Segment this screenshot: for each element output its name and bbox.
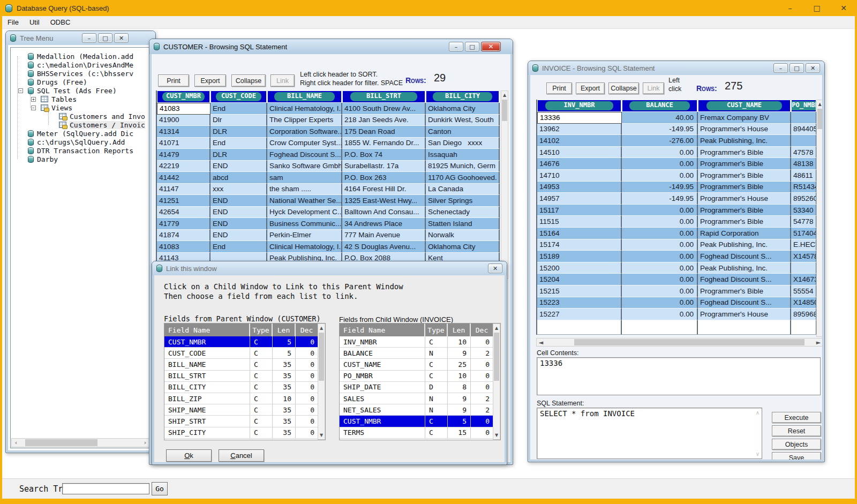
field-row[interactable]: SHIP_STRT C 35 0: [164, 416, 325, 427]
grid-cell[interactable]: Fremax Company BV: [698, 112, 791, 124]
grid-cell[interactable]: Programmer's Bible: [698, 158, 791, 170]
grid-cell[interactable]: 14676: [537, 158, 622, 170]
grid-cell[interactable]: 218 Jan Seeds Ave.: [342, 115, 426, 126]
grid-cell[interactable]: 15227: [537, 309, 622, 320]
grid-cell[interactable]: Programmer's Bible: [698, 205, 791, 216]
grid-cell[interactable]: 48138: [791, 158, 817, 170]
tree-item[interactable]: DTR Transaction Reports: [14, 146, 149, 155]
grid-cell[interactable]: xxx: [211, 184, 267, 195]
grid-cell[interactable]: 41083: [157, 241, 211, 253]
scrollbar-thumb[interactable]: [25, 439, 97, 446]
tree-expander-icon[interactable]: [31, 106, 36, 110]
minimize-button[interactable]: –: [82, 33, 96, 43]
grid-cell[interactable]: National Weather Se...: [267, 195, 342, 207]
grid-cell[interactable]: 48611: [791, 170, 817, 182]
grid-cell[interactable]: Balltown And Consau...: [342, 207, 426, 219]
grid-cell[interactable]: Clinical Hematology, I...: [267, 103, 342, 115]
grid-cell[interactable]: 4164 Forest Hill Dr.: [342, 184, 426, 195]
grid-cell[interactable]: 15117: [537, 205, 622, 216]
grid-cell[interactable]: 517404: [791, 228, 817, 239]
maximize-button[interactable]: □: [465, 42, 479, 51]
grid-cell[interactable]: P.O. Box 74: [342, 149, 426, 161]
grid-cell[interactable]: 41251: [157, 195, 211, 207]
field-row[interactable]: SHIP_CITY C 35 0: [164, 427, 325, 439]
grid-cell[interactable]: Sanko Software Gmbh: [267, 161, 342, 172]
sql-action-button[interactable]: Save: [772, 452, 821, 460]
parent-fields-scrollbar[interactable]: ▲ ▼: [318, 324, 325, 440]
export-button[interactable]: Export: [194, 74, 226, 87]
scrollbar-thumb[interactable]: [817, 109, 822, 129]
close-button[interactable]: ✕: [806, 63, 820, 73]
scroll-left-icon[interactable]: ◄: [537, 338, 545, 346]
grid-cell[interactable]: the sham .....: [267, 184, 342, 195]
grid-cell[interactable]: END: [211, 161, 267, 172]
customer-titlebar[interactable]: CUSTOMER - Browsing SQL Statement – □ ✕: [149, 39, 513, 54]
app-titlebar[interactable]: Database Query (SQL-based) – □ ✕: [0, 0, 857, 16]
grid-cell[interactable]: Norwalk: [426, 230, 500, 242]
grid-cell[interactable]: End: [211, 138, 267, 149]
grid-cell[interactable]: 0.00: [622, 216, 698, 228]
collapse-button[interactable]: Collapse: [608, 82, 639, 94]
grid-cell[interactable]: 41314: [157, 126, 211, 138]
scroll-up-icon[interactable]: ▲: [318, 324, 325, 332]
menu-item[interactable]: Util: [24, 17, 45, 28]
grid-cell[interactable]: Surabellastr. 17a: [342, 161, 426, 172]
grid-cell[interactable]: -149.95: [622, 124, 698, 136]
grid-cell[interactable]: 81925 Munich, Germ: [426, 161, 500, 172]
scroll-down-icon[interactable]: ∨: [756, 451, 760, 457]
grid-cell[interactable]: Oklahoma City: [426, 241, 500, 253]
grid-cell[interactable]: 14710: [537, 170, 622, 182]
field-row[interactable]: CUST_NAME C 25 0: [340, 359, 500, 370]
scrollbar-thumb[interactable]: [319, 333, 324, 381]
field-row[interactable]: BILL_CITY C 35 0: [164, 382, 325, 393]
grid-cell[interactable]: Silver Springs: [426, 195, 500, 207]
field-row[interactable]: CUST_NMBR C 5 0: [340, 416, 500, 427]
len-header[interactable]: Len: [448, 324, 471, 336]
grid-cell[interactable]: 0.00: [622, 309, 698, 320]
tree-item[interactable]: Views: [14, 103, 149, 112]
grid-cell[interactable]: 41874: [157, 230, 211, 242]
grid-cell[interactable]: 0.00: [622, 170, 698, 182]
grid-cell[interactable]: END: [211, 218, 267, 230]
print-button[interactable]: Print: [158, 74, 189, 87]
grid-cell[interactable]: Business Communic...: [267, 218, 342, 230]
grid-cell[interactable]: 14510: [537, 147, 622, 159]
grid-cell[interactable]: 15204: [537, 274, 622, 285]
grid-cell[interactable]: Hyck Development C...: [267, 207, 342, 219]
grid-cell[interactable]: X14673J: [791, 274, 817, 285]
field-row[interactable]: CUST_NMBR C 5 0: [164, 336, 325, 348]
link-button[interactable]: Link: [270, 74, 295, 87]
tree-item[interactable]: Tables: [14, 95, 149, 103]
grid-cell[interactable]: 42219: [157, 161, 211, 172]
sql-action-button[interactable]: Reset: [772, 425, 821, 437]
field-row[interactable]: INV_NMBR C 10 0: [340, 336, 500, 348]
dec-header[interactable]: Dec: [296, 324, 319, 336]
scroll-down-icon[interactable]: ▼: [318, 431, 325, 439]
grid-cell[interactable]: Programmer's Bible: [698, 182, 791, 193]
grid-cell[interactable]: 42 S Douglas Avenu...: [342, 241, 426, 253]
grid-cell[interactable]: DLR: [211, 149, 267, 161]
grid-cell[interactable]: END: [211, 230, 267, 242]
grid-cell[interactable]: 0.00: [622, 147, 698, 159]
grid-cell[interactable]: Foghead Discount S...: [698, 251, 791, 262]
field-row[interactable]: BALANCE N 9 2: [340, 348, 500, 359]
grid-cell[interactable]: 0.00: [622, 205, 698, 216]
tree-item[interactable]: Meter (SqlQuery.add Dic: [14, 129, 149, 138]
tree-item[interactable]: Darby: [14, 155, 149, 163]
grid-cell[interactable]: The Clipper Experts: [267, 115, 342, 126]
tree-item[interactable]: Customers / Invoic: [14, 121, 149, 129]
scrollbar-thumb[interactable]: [494, 333, 499, 381]
scroll-up-icon[interactable]: ▲: [493, 324, 500, 332]
menu-item[interactable]: File: [2, 17, 24, 28]
grid-cell[interactable]: 0.00: [622, 262, 698, 274]
grid-cell[interactable]: 4100 South Drew Av...: [342, 103, 426, 115]
grid-cell[interactable]: Programmer's Bible: [698, 216, 791, 228]
tree-item[interactable]: SQL Test (Ads Free): [14, 86, 149, 95]
column-header[interactable]: CUST_NAME: [698, 100, 791, 112]
grid-cell[interactable]: Foghead Discount S...: [267, 149, 342, 161]
grid-cell[interactable]: San Diego xxxx: [426, 138, 500, 149]
grid-cell[interactable]: Canton: [426, 126, 500, 138]
app-maximize-icon[interactable]: □: [803, 0, 830, 16]
field-name-header[interactable]: Field Name: [340, 324, 425, 336]
grid-cell[interactable]: Perkin-Elmer: [267, 230, 342, 242]
